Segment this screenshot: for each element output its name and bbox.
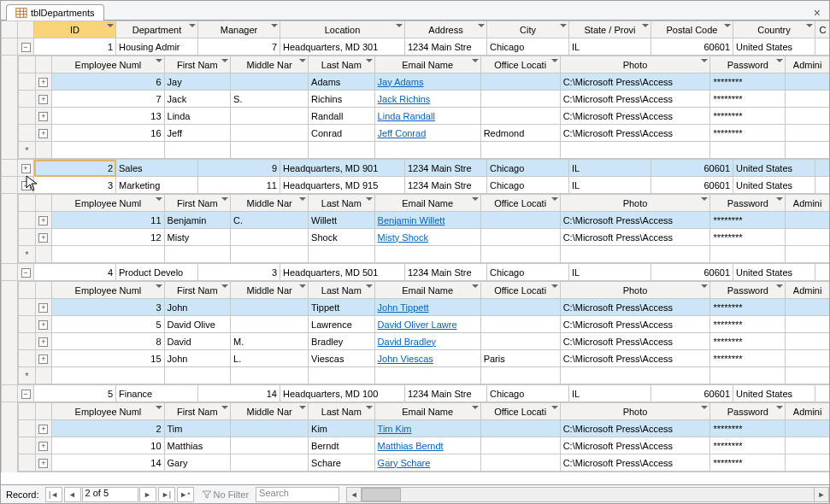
row-selector-header[interactable]: [2, 21, 18, 38]
col-middlename[interactable]: Middle Nar: [231, 56, 309, 73]
record-position-input[interactable]: 2 of 5: [82, 487, 138, 502]
email-link[interactable]: Matthias Berndt: [378, 441, 444, 451]
dept-row[interactable]: + 2Sales9Headquarters, MD 9011234 Main S…: [2, 160, 830, 177]
email-link[interactable]: Jack Richins: [378, 94, 431, 104]
chevron-down-icon[interactable]: [396, 24, 403, 27]
scroll-right-icon[interactable]: ►: [814, 487, 829, 502]
col-country[interactable]: Country: [733, 21, 815, 38]
expand-icon[interactable]: +: [38, 95, 48, 104]
col-password[interactable]: Password: [710, 56, 786, 73]
expand-icon[interactable]: +: [38, 355, 48, 364]
emp-row[interactable]: +16JeffConradJeff ConradRedmondC:\Micros…: [19, 125, 830, 142]
col-emailname[interactable]: Email Name: [374, 56, 480, 73]
email-link[interactable]: Misty Shock: [378, 232, 428, 243]
expand-icon[interactable]: +: [38, 216, 48, 226]
dept-row[interactable]: − 1Housing Admir7Headquarters, MD 301123…: [2, 38, 830, 56]
email-link[interactable]: Tim Kim: [378, 424, 412, 434]
chevron-down-icon[interactable]: [221, 59, 228, 62]
chevron-down-icon[interactable]: [189, 24, 196, 27]
close-icon[interactable]: ×: [810, 6, 824, 20]
chevron-down-icon[interactable]: [366, 59, 373, 62]
chevron-down-icon[interactable]: [551, 59, 558, 62]
expand-icon[interactable]: +: [38, 233, 48, 243]
chevron-down-icon[interactable]: [560, 24, 567, 27]
scroll-thumb[interactable]: [362, 488, 401, 501]
email-link[interactable]: Jay Adams: [378, 77, 424, 87]
col-admin[interactable]: Admini: [786, 56, 829, 73]
col-department[interactable]: Department: [116, 21, 198, 38]
chevron-down-icon[interactable]: [724, 24, 731, 27]
dept-row[interactable]: − 4Product Develo3Headquarters, MD 50112…: [2, 264, 830, 281]
col-postal[interactable]: Postal Code: [651, 21, 733, 38]
emp-new-row[interactable]: *: [19, 246, 830, 263]
expand-icon[interactable]: +: [38, 442, 48, 451]
col-city[interactable]: City: [487, 21, 569, 38]
filter-indicator[interactable]: No Filter: [202, 489, 250, 500]
nav-prev-button[interactable]: ◄: [64, 487, 81, 502]
expand-icon[interactable]: +: [38, 459, 48, 468]
emp-new-row[interactable]: *: [19, 367, 830, 384]
emp-row[interactable]: +13LindaRandallLinda RandallC:\Microsoft…: [19, 108, 830, 125]
col-c[interactable]: C: [815, 21, 830, 38]
id-cell-editing[interactable]: 2: [34, 160, 116, 177]
col-location[interactable]: Location: [280, 21, 405, 38]
col-lastname[interactable]: Last Nam: [309, 56, 375, 73]
col-empnum[interactable]: Employee Numl: [52, 56, 164, 73]
email-link[interactable]: Gary Schare: [378, 458, 431, 468]
email-link[interactable]: John Tippett: [378, 302, 429, 313]
emp-row[interactable]: +12MistyShockMisty ShockC:\Microsoft Pre…: [19, 229, 830, 246]
horizontal-scrollbar[interactable]: ◄ ►: [346, 487, 829, 502]
expand-icon[interactable]: +: [38, 320, 48, 330]
emp-row[interactable]: +10MatthiasBerndtMatthias BerndtC:\Micro…: [19, 437, 830, 454]
col-state[interactable]: State / Provi: [569, 21, 651, 38]
dept-row[interactable]: − 5Finance14Headquarters, MD 1001234 Mai…: [2, 385, 830, 402]
email-link[interactable]: Benjamin Willett: [378, 215, 445, 226]
email-link[interactable]: David Bradley: [378, 337, 436, 347]
col-firstname[interactable]: First Nam: [164, 56, 231, 73]
emp-row[interactable]: +15JohnL.ViescasJohn ViescasParisC:\Micr…: [19, 350, 830, 367]
col-id[interactable]: ID: [34, 21, 116, 38]
email-link[interactable]: Jeff Conrad: [378, 128, 427, 138]
emp-row[interactable]: +3JohnTippettJohn TippettC:\Microsoft Pr…: [19, 299, 830, 316]
scroll-left-icon[interactable]: ◄: [346, 487, 362, 502]
chevron-down-icon[interactable]: [806, 24, 813, 27]
chevron-down-icon[interactable]: [299, 59, 306, 62]
search-input[interactable]: Search: [256, 487, 339, 502]
chevron-down-icon[interactable]: [271, 24, 278, 27]
expand-icon[interactable]: +: [38, 112, 48, 121]
email-link[interactable]: Linda Randall: [378, 111, 435, 121]
nav-next-button[interactable]: ►: [139, 487, 156, 502]
emp-row[interactable]: +7JackS.RichinsJack RichinsC:\Microsoft …: [19, 91, 830, 108]
chevron-down-icon[interactable]: [701, 59, 708, 62]
collapse-icon[interactable]: −: [21, 390, 31, 399]
dept-row[interactable]: − 3Marketing11Headquarters, MD 9151234 M…: [2, 177, 830, 194]
emp-row[interactable]: +6JayAdamsJay AdamsC:\Microsoft Press\Ac…: [19, 73, 830, 91]
col-officeloc[interactable]: Office Locati: [480, 56, 560, 73]
emp-row[interactable]: +14GarySchareGary SchareC:\Microsoft Pre…: [19, 454, 830, 472]
expand-icon[interactable]: +: [38, 303, 48, 313]
nav-new-button[interactable]: ►*: [177, 487, 194, 502]
emp-row[interactable]: +11BenjaminC.WillettBenjamin WillettC:\M…: [19, 212, 830, 229]
col-manager[interactable]: Manager: [198, 21, 280, 38]
chevron-down-icon[interactable]: [478, 24, 485, 27]
expand-icon[interactable]: +: [38, 337, 48, 347]
collapse-icon[interactable]: −: [21, 43, 31, 52]
collapse-icon[interactable]: −: [21, 268, 31, 278]
emp-row[interactable]: +8DavidM.BradleyDavid BradleyC:\Microsof…: [19, 333, 830, 350]
nav-first-button[interactable]: |◄: [45, 487, 62, 502]
emp-new-row[interactable]: *: [19, 142, 830, 159]
chevron-down-icon[interactable]: [156, 59, 162, 62]
expand-icon[interactable]: +: [38, 129, 48, 138]
chevron-down-icon[interactable]: [776, 59, 783, 62]
expand-icon[interactable]: +: [38, 78, 48, 87]
scroll-track[interactable]: [362, 487, 814, 502]
tab-tbldepartments[interactable]: tblDepartments: [6, 4, 104, 21]
chevron-down-icon[interactable]: [107, 24, 114, 27]
emp-row[interactable]: +2TimKimTim KimC:\Microsoft Press\Access…: [19, 420, 830, 437]
nav-last-button[interactable]: ►|: [158, 487, 175, 502]
collapse-icon[interactable]: −: [21, 181, 31, 190]
chevron-down-icon[interactable]: [642, 24, 649, 27]
expand-icon[interactable]: +: [21, 164, 31, 173]
emp-row[interactable]: +5David OliveLawrenceDavid Oliver LawreC…: [19, 316, 830, 333]
col-address[interactable]: Address: [405, 21, 487, 38]
